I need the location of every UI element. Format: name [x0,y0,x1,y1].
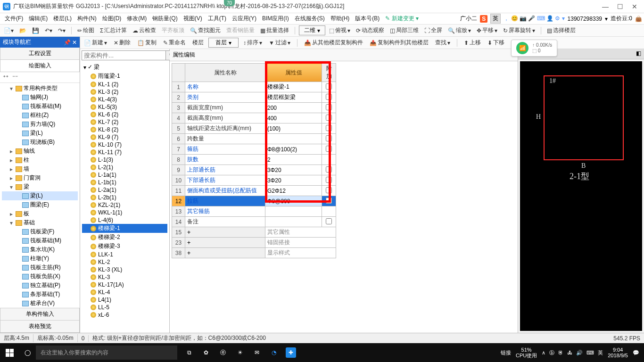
fullscreen-button[interactable]: ⛶ 全屏 [422,25,444,35]
property-row[interactable]: 10下部通长筋3Φ20 [172,175,336,186]
ctree-item[interactable]: L-1(3) [82,156,167,164]
copy-from-floor-button[interactable]: 📥 从其他楼层复制构件 [302,38,365,48]
ctree-item[interactable]: KL-3 (XL) [82,266,167,273]
nav-node[interactable]: ▾梁 [2,182,78,191]
find-element-button[interactable]: 🔍 查找图元 [188,25,223,35]
ctree-item[interactable]: xL-6 [82,311,167,319]
tray-up-icon[interactable]: ∧ [542,350,545,356]
ctree-item[interactable]: KL-3 [82,273,167,281]
del-comp-button[interactable]: ✕ 删除 [112,38,132,48]
tray-kb-icon[interactable]: ⌨ [586,350,594,356]
view-rebar-button[interactable]: 查看钢筋量 [224,25,256,35]
tray-clock[interactable]: 9:042018/9/5 [608,347,628,358]
nav-node[interactable]: 框柱(Z) [2,111,78,120]
taskbar-edge[interactable]: ⓔ [218,347,228,358]
ctree-item[interactable]: KL-3 (2) [82,88,167,96]
menu-help[interactable]: 帮助(H) [328,14,353,24]
task-view-icon[interactable]: ⧉ [184,347,194,358]
nav-node[interactable]: 轴网(J) [2,93,78,102]
wallet-icon[interactable]: 👜 [635,16,642,22]
property-row[interactable]: 12拉筋Φ8@300 [172,196,336,206]
property-row[interactable]: 11侧面构造或受扭筋(总配筋值G2Φ12 [172,186,336,196]
zoom-button[interactable]: 🔍 缩放 ▾ [446,25,473,35]
property-group-row[interactable]: 15+其它属性 [172,227,336,238]
nav-node[interactable]: 梁(L) [2,191,78,200]
rename-button[interactable]: ✎ 重命名 [161,38,188,48]
property-group-row[interactable]: 38+显示样式 [172,248,336,258]
section-canvas[interactable]: 1# H B 2-1型 [520,61,642,331]
tray-net-icon[interactable]: 🖧 [567,350,572,355]
nav-node[interactable]: ▾常用构件类型 [2,84,78,93]
ctree-item[interactable]: WKL-1(1) [82,209,167,216]
network-status-bubble[interactable]: 📶 ↑ 0.00K/s ⬚ 0 [511,40,557,57]
ctree-item[interactable]: KL-17(1A) [82,281,167,288]
tray-cpu[interactable]: 51%CPU使用 [516,347,537,358]
nav-tab-single[interactable]: 单构件输入 [0,308,80,321]
ctree-item[interactable]: 楼梯梁-1 [82,224,167,233]
draw-button[interactable]: ✏ 绘图 [75,25,96,35]
preview-dock-icon[interactable]: ◧ [636,50,641,58]
ctree-item[interactable]: 楼梯梁-3 [82,242,167,251]
property-row[interactable]: 8肢数2 [172,155,336,165]
save-button[interactable]: 💾 [30,26,41,35]
ctree-item[interactable]: L-2b(1) [82,194,167,201]
menu-cloud[interactable]: 云应用(Y) [229,14,259,24]
menu-tool[interactable]: 工具(T) [205,14,229,24]
ctree-item[interactable]: KL-11 (7) [82,148,167,156]
ctree-item[interactable]: L-2(1) [82,164,167,171]
new-comp-button[interactable]: 📄 新建 ▾ [82,38,109,48]
menu-file[interactable]: 文件(F) [2,14,26,24]
expand-icon[interactable]: ⁺⁺ [3,74,8,81]
dynamic-view-button[interactable]: ⟳ 动态观察 [354,25,386,35]
menu-component[interactable]: 构件(N) [74,14,99,24]
move-up-button[interactable]: ⬆ 上移 [462,38,483,48]
copy-comp-button[interactable]: 📋 复制 [135,38,158,48]
nav-node[interactable]: 筏板主筋(R) [2,263,78,272]
select-floor-button[interactable]: ▤ 选择楼层 [545,25,578,35]
copy-to-floor-button[interactable]: 📤 复制构件到其他楼层 [368,38,430,48]
nav-node[interactable]: 条形基础(T) [2,290,78,299]
find-button[interactable]: 查找 ▾ [433,38,452,48]
nav-node[interactable]: 集水坑(K) [2,245,78,254]
nav-node[interactable]: 独立基础(P) [2,281,78,290]
ctree-item[interactable]: KL-10 (7) [82,141,167,148]
ctree-item[interactable]: 雨篷梁-1 [82,72,167,81]
tray-notifications-icon[interactable]: 💬 [633,350,639,356]
ctree-item[interactable]: KL-4(3) [82,96,167,103]
ctree-item[interactable]: KL-7 (2) [82,118,167,126]
ctree-item[interactable]: L-4(6) [82,216,167,224]
nav-node[interactable]: 筏板负筋(X) [2,272,78,281]
batch-select-button[interactable]: ▦ 批量选择 [258,25,291,35]
ctree-item[interactable]: KL-5(3) [82,103,167,111]
property-row[interactable]: 14备注 [172,217,336,227]
taskbar-app-4[interactable]: ✚ [286,347,296,358]
flat-slab-button[interactable]: 平齐板顶 [160,25,186,35]
nav-node[interactable]: ▸柱 [2,156,78,165]
property-row[interactable]: 7箍筋Φ8@100(2) [172,144,336,155]
nav-tab-draw[interactable]: 绘图输入 [0,60,80,72]
menu-online[interactable]: 在线服务(S) [292,14,328,24]
new-file-button[interactable]: 📄▾ [2,26,16,35]
ctree-item[interactable]: L4(1) [82,296,167,304]
nav-node[interactable]: 筏板梁(F) [2,227,78,236]
property-row[interactable]: 9上部通长筋3Φ20 [172,165,336,175]
nav-node[interactable]: 梁(L) [2,129,78,138]
ctree-item[interactable]: LL-5 [82,304,167,311]
tray-shield-icon[interactable]: ⛨ [558,350,563,355]
property-row[interactable]: 6跨数量 [172,134,336,144]
taskbar-app-1[interactable]: ✿ [201,347,211,358]
nav-node[interactable]: 筏板基础(M) [2,102,78,111]
component-search-input[interactable] [82,50,166,60]
ctree-item[interactable]: L-1a(1) [82,171,167,179]
menu-draw[interactable]: 绘图(D) [99,14,124,24]
ctree-item[interactable]: KL-6 (2) [82,111,167,118]
nav-node[interactable]: ▸墙 [2,165,78,173]
collapse-icon[interactable]: ⁻⁻ [12,74,18,81]
sort-button[interactable]: ↕ 排序 ▾ [241,38,264,48]
nav-node[interactable]: 现浇板(B) [2,138,78,147]
undo-button[interactable]: ↶▾ [43,26,54,35]
menu-view[interactable]: 视图(V) [181,14,205,24]
property-row[interactable]: 5轴线距梁左边线距离(mm)(100) [172,123,336,134]
ctree-item[interactable]: 楼梯梁-2 [82,233,167,242]
ctree-item[interactable]: L-1b(1) [82,179,167,186]
